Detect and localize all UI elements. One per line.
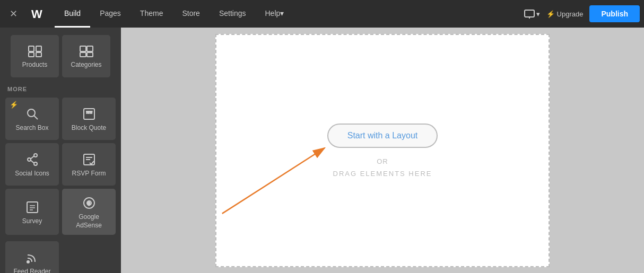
rsvp-form-label: RSVP Form bbox=[72, 170, 106, 178]
sidebar-item-products[interactable]: Products bbox=[11, 35, 59, 77]
svg-line-21 bbox=[31, 161, 34, 163]
feed-reader-label: Feed Reader bbox=[13, 268, 50, 273]
svg-line-34 bbox=[222, 148, 325, 214]
publish-button[interactable]: Publish bbox=[589, 5, 640, 22]
close-button[interactable]: ✕ bbox=[4, 8, 23, 20]
bolt-icon: ⚡ bbox=[546, 10, 555, 18]
more-section-label: MORE bbox=[0, 80, 121, 95]
tab-theme[interactable]: Theme bbox=[130, 0, 173, 28]
sidebar-item-feed-reader[interactable]: Feed Reader bbox=[5, 241, 59, 273]
blockquote-icon: " " bbox=[82, 107, 96, 121]
search-icon bbox=[25, 107, 39, 121]
svg-text:": " bbox=[89, 110, 93, 119]
survey-icon bbox=[25, 200, 39, 214]
tab-store[interactable]: Store bbox=[172, 0, 209, 28]
feed-reader-grid: Feed Reader bbox=[0, 239, 121, 273]
sidebar-item-google-adsense[interactable]: $ Google AdSense bbox=[62, 189, 116, 235]
sidebar-item-block-quote[interactable]: " " Block Quote bbox=[62, 98, 116, 140]
sidebar-item-rsvp-form[interactable]: RSVP Form bbox=[62, 143, 116, 186]
categories-icon bbox=[79, 45, 94, 58]
svg-rect-7 bbox=[36, 52, 41, 57]
sidebar-top-grid: Products Categories bbox=[5, 33, 116, 80]
products-label: Products bbox=[22, 61, 47, 69]
search-box-label: Search Box bbox=[15, 124, 48, 133]
tab-settings[interactable]: Settings bbox=[210, 0, 256, 28]
svg-rect-10 bbox=[80, 52, 86, 57]
sidebar-item-search-box[interactable]: ⚡ Search Box bbox=[5, 98, 59, 140]
nav-tabs: Build Pages Theme Store Settings Help ▾ bbox=[55, 0, 293, 28]
products-icon bbox=[28, 45, 42, 58]
sidebar-item-survey[interactable]: Survey bbox=[5, 189, 59, 235]
canvas[interactable]: Start with a Layout OR DRAG ELEMENTS HER… bbox=[215, 34, 550, 267]
tab-pages[interactable]: Pages bbox=[90, 0, 130, 28]
svg-line-20 bbox=[31, 156, 34, 159]
sidebar-item-social-icons[interactable]: Social Icons bbox=[5, 143, 59, 186]
bolt-badge-icon: ⚡ bbox=[10, 101, 18, 109]
google-adsense-label: Google AdSense bbox=[66, 213, 111, 230]
svg-text:$: $ bbox=[88, 201, 90, 206]
svg-rect-6 bbox=[29, 52, 34, 57]
survey-label: Survey bbox=[22, 217, 42, 226]
svg-point-18 bbox=[28, 158, 31, 161]
svg-point-19 bbox=[34, 162, 37, 165]
topnav: ✕ W Build Pages Theme Store Settings Hel… bbox=[0, 0, 644, 28]
adsense-icon: $ bbox=[82, 196, 96, 210]
canvas-area: Start with a Layout OR DRAG ELEMENTS HER… bbox=[121, 28, 644, 273]
svg-rect-11 bbox=[87, 52, 93, 57]
svg-text:W: W bbox=[31, 7, 42, 21]
categories-label: Categories bbox=[71, 61, 101, 69]
svg-line-13 bbox=[34, 116, 38, 119]
svg-rect-9 bbox=[87, 46, 93, 51]
logo: W bbox=[23, 6, 53, 21]
social-icons-label: Social Icons bbox=[15, 170, 49, 178]
rsvp-icon bbox=[82, 153, 96, 166]
sidebar: Products Categories MORE bbox=[0, 28, 121, 273]
start-with-layout-button[interactable]: Start with a Layout bbox=[327, 124, 438, 148]
upgrade-button[interactable]: ⚡ Upgrade bbox=[546, 10, 584, 18]
svg-rect-8 bbox=[80, 46, 86, 51]
svg-rect-25 bbox=[27, 202, 38, 213]
svg-point-32 bbox=[27, 261, 29, 263]
feed-icon bbox=[25, 251, 39, 265]
social-icon bbox=[25, 153, 39, 166]
canvas-drag-label: DRAG ELEMENTS HERE bbox=[333, 170, 432, 178]
svg-rect-5 bbox=[36, 46, 41, 51]
svg-rect-4 bbox=[29, 46, 34, 51]
device-selector[interactable]: ▾ bbox=[524, 8, 540, 20]
svg-rect-1 bbox=[525, 10, 534, 17]
tab-build[interactable]: Build bbox=[55, 0, 90, 28]
main: Products Categories MORE bbox=[0, 28, 644, 273]
svg-point-12 bbox=[28, 109, 35, 117]
topnav-right: ▾ ⚡ Upgrade Publish bbox=[524, 5, 640, 22]
tab-help[interactable]: Help ▾ bbox=[255, 0, 293, 28]
block-quote-label: Block Quote bbox=[72, 124, 106, 133]
canvas-or-label: OR bbox=[377, 157, 388, 165]
sidebar-item-categories[interactable]: Categories bbox=[62, 35, 110, 77]
svg-point-17 bbox=[34, 154, 37, 157]
more-grid: ⚡ Search Box " " Bl bbox=[0, 95, 121, 237]
